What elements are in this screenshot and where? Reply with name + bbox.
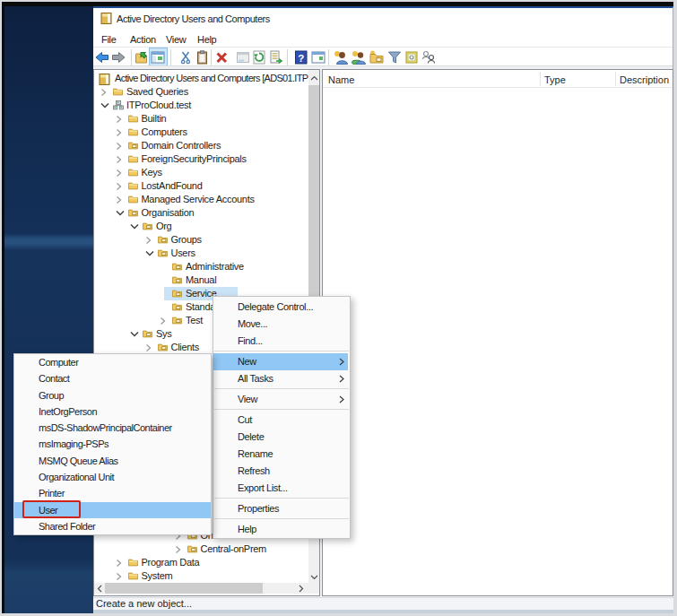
svg-text:?: ? (298, 53, 304, 64)
